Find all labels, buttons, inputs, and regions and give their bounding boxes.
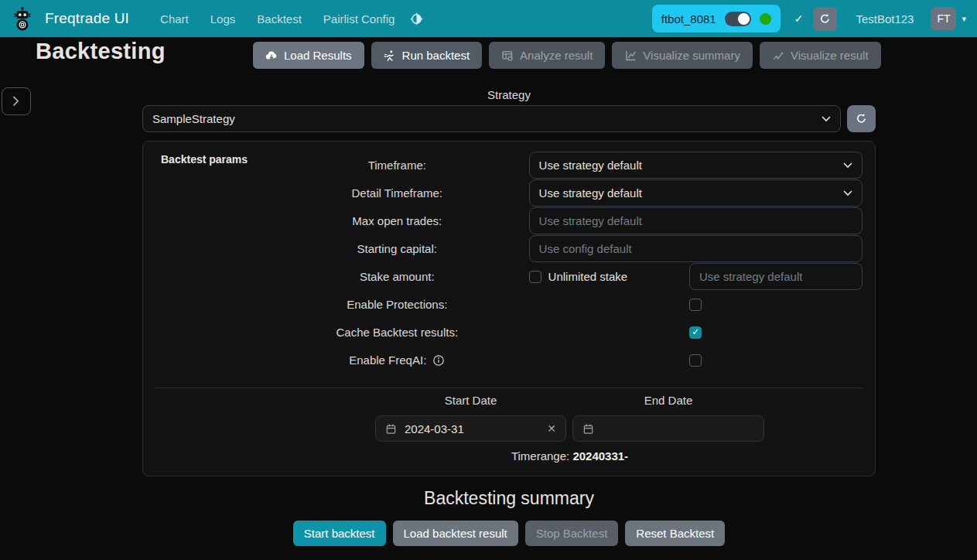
timeframe-select[interactable]: Use strategy default — [529, 152, 863, 179]
stake-amount-input[interactable] — [689, 263, 863, 290]
max-open-trades-input[interactable] — [529, 207, 863, 234]
unlimited-stake-label: Unlimited stake — [548, 270, 628, 283]
caret-down-icon: ▾ — [962, 14, 966, 24]
summary-title: Backtesting summary — [142, 488, 876, 509]
user-menu[interactable]: FT ▾ — [931, 7, 966, 30]
strategy-label: Strategy — [142, 88, 876, 101]
max-open-trades-row: Max open trades: — [143, 207, 863, 234]
bot-selector[interactable]: ftbot_8081 — [652, 5, 781, 32]
chevron-down-icon — [822, 116, 831, 122]
chevron-down-icon — [843, 190, 852, 196]
cloud-download-icon — [265, 50, 278, 62]
detail-timeframe-value: Use strategy default — [539, 186, 843, 200]
visualize-result-label: Visualize result — [791, 49, 869, 62]
chevron-right-icon — [12, 96, 20, 107]
detail-timeframe-label: Detail Timeframe: — [143, 186, 529, 200]
chart-line-icon — [624, 50, 637, 62]
nav-link-backtest[interactable]: Backtest — [246, 8, 313, 30]
start-date-input[interactable]: 2024-03-31 ✕ — [375, 415, 566, 442]
visualize-result-button[interactable]: Visualize result — [760, 42, 881, 69]
stake-amount-row: Stake amount: Unlimited stake — [143, 263, 863, 290]
timerange-label: Timerange: — [511, 449, 569, 463]
enable-protections-row: Enable Protections: — [143, 291, 863, 318]
header-actions: Load Results Run backtest Ana — [253, 42, 881, 69]
enable-freqai-checkbox[interactable] — [689, 354, 702, 367]
nav-link-pairlist-config[interactable]: Pairlist Config — [313, 8, 406, 30]
unlimited-stake-checkbox[interactable] — [529, 271, 541, 283]
end-date-label: End Date — [572, 394, 764, 407]
navbar: Freqtrade UI Chart Logs Backtest Pairlis… — [0, 0, 977, 37]
reload-strategies-button[interactable] — [847, 105, 876, 132]
clear-date-icon[interactable]: ✕ — [547, 422, 556, 435]
username-label: TestBot123 — [856, 12, 914, 26]
timeframe-value: Use strategy default — [539, 159, 843, 172]
load-results-label: Load Results — [284, 49, 352, 62]
page-title: Backtesting — [36, 39, 166, 64]
reload-icon — [856, 113, 867, 125]
theme-toggle-icon[interactable] — [410, 12, 423, 26]
timeframe-label: Timeframe: — [143, 159, 529, 172]
scatter-line-icon — [772, 50, 784, 62]
run-backtest-label: Run backtest — [402, 49, 470, 62]
end-date-group: End Date — [572, 394, 764, 442]
start-date-label: Start Date — [375, 394, 566, 407]
max-open-trades-label: Max open trades: — [143, 214, 529, 227]
calendar-icon[interactable] — [582, 423, 594, 435]
sidebar-expand-button[interactable] — [2, 87, 31, 115]
freqtrade-robot-logo-icon — [11, 4, 37, 33]
starting-capital-row: Starting capital: — [143, 235, 863, 262]
brand-name: Freqtrade UI — [45, 10, 129, 27]
backtest-params-panel: Backtest params Timeframe: Use strategy … — [142, 141, 876, 476]
start-date-value: 2024-03-31 — [405, 422, 539, 435]
stop-backtest-button[interactable]: Stop Backtest — [525, 521, 619, 546]
navbar-right: ftbot_8081 ✓ TestBot123 FT ▾ — [652, 5, 966, 32]
start-backtest-button[interactable]: Start backtest — [293, 521, 386, 546]
enable-protections-checkbox[interactable] — [689, 299, 702, 311]
visualize-summary-button[interactable]: Visualize summary — [612, 42, 753, 69]
check-icon[interactable]: ✓ — [794, 12, 804, 25]
visualize-summary-label: Visualize summary — [643, 49, 740, 62]
stake-amount-label: Stake amount: — [143, 270, 529, 283]
backtesting-page: Freqtrade UI Chart Logs Backtest Pairlis… — [0, 0, 977, 560]
timerange-text: Timerange: 20240331- — [375, 449, 764, 463]
nav-link-chart[interactable]: Chart — [149, 8, 200, 30]
table-gear-icon — [501, 50, 514, 62]
nav-link-logs[interactable]: Logs — [200, 8, 247, 30]
toggle-knob — [738, 13, 750, 25]
calendar-icon[interactable] — [385, 423, 397, 435]
enable-freqai-label: Enable FreqAI: — [349, 353, 426, 367]
bot-toggle-switch[interactable] — [725, 12, 751, 26]
reload-bot-button[interactable] — [813, 7, 837, 31]
detail-timeframe-select[interactable]: Use strategy default — [529, 179, 863, 207]
analyze-result-label: Analyze result — [520, 49, 593, 62]
enable-protections-label: Enable Protections: — [143, 298, 529, 311]
starting-capital-input[interactable] — [529, 235, 863, 262]
summary-actions: Start backtest Load backtest result Stop… — [142, 521, 876, 546]
cache-results-label: Cache Backtest results: — [143, 326, 529, 339]
analyze-result-button[interactable]: Analyze result — [489, 42, 605, 69]
strategy-selected-value: SampleStrategy — [152, 112, 822, 125]
info-icon[interactable] — [432, 354, 445, 367]
load-backtest-result-button[interactable]: Load backtest result — [393, 521, 518, 546]
strategy-select[interactable]: SampleStrategy — [142, 105, 841, 132]
timeframe-row: Timeframe: Use strategy default — [143, 152, 863, 179]
reload-icon — [819, 13, 831, 25]
run-backtest-button[interactable]: Run backtest — [371, 42, 483, 69]
reset-backtest-button[interactable]: Reset Backtest — [625, 521, 725, 546]
bot-online-dot — [760, 13, 771, 25]
bot-name: ftbot_8081 — [661, 12, 716, 26]
timerange-value: 20240331- — [572, 449, 628, 463]
starting-capital-label: Starting capital: — [143, 242, 529, 255]
chevron-down-icon — [843, 162, 852, 169]
detail-timeframe-row: Detail Timeframe: Use strategy default — [143, 179, 863, 207]
cache-results-checkbox[interactable] — [689, 326, 702, 339]
start-date-group: Start Date 2024-03-31 ✕ — [375, 394, 566, 442]
run-icon — [384, 50, 396, 62]
params-form: Timeframe: Use strategy default Detail T… — [143, 152, 863, 374]
cache-results-row: Cache Backtest results: — [143, 319, 863, 346]
end-date-input[interactable] — [572, 415, 764, 442]
load-results-button[interactable]: Load Results — [253, 42, 364, 69]
brand-link[interactable]: Freqtrade UI — [11, 4, 129, 33]
strategy-row: SampleStrategy — [142, 105, 876, 132]
nav-links: Chart Logs Backtest Pairlist Config — [149, 8, 423, 30]
